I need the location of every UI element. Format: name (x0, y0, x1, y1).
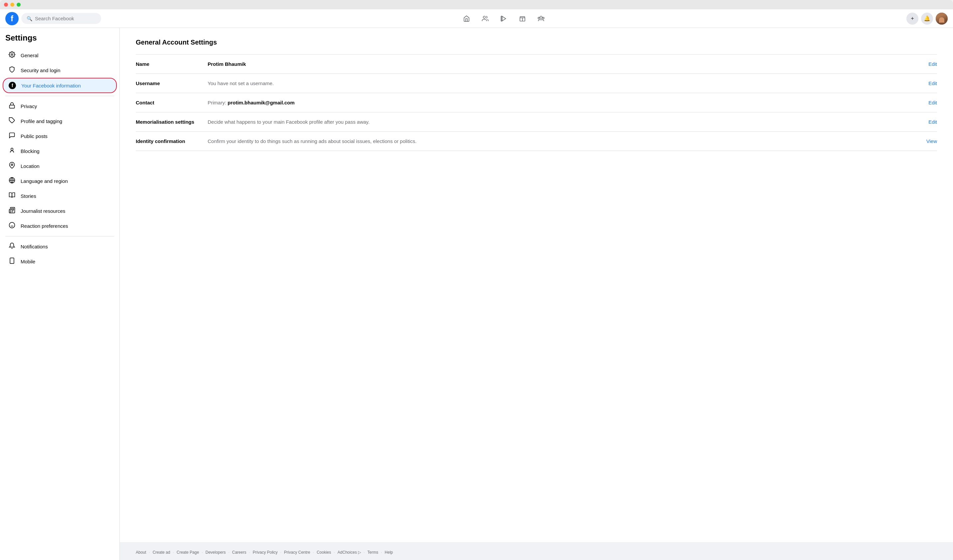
svg-rect-7 (10, 105, 15, 108)
sidebar-item-label-location: Location (21, 163, 40, 169)
sidebar-item-language[interactable]: Language and region (3, 173, 117, 189)
nav-friends-button[interactable] (477, 11, 493, 26)
footer-link-help[interactable]: Help (385, 550, 393, 555)
sidebar-item-location[interactable]: Location (3, 159, 117, 173)
divider-1 (5, 96, 114, 96)
sidebar-item-blocking[interactable]: Blocking (3, 144, 117, 159)
identity-value: Confirm your identity to do things such … (208, 138, 921, 144)
username-value: You have not set a username. (208, 80, 923, 86)
contact-label: Contact (136, 100, 202, 105)
svg-point-5 (542, 17, 544, 19)
sidebar-item-label-notifications: Notifications (21, 244, 48, 249)
fb-info-icon: f (9, 82, 17, 89)
footer-link-developers[interactable]: Developers (205, 550, 226, 555)
footer-link-terms[interactable]: Terms (367, 550, 378, 555)
identity-view-button[interactable]: View (927, 138, 937, 144)
maximize-dot[interactable] (17, 3, 21, 7)
footer-link-about[interactable]: About (136, 550, 146, 555)
footer-link-adchoices[interactable]: AdChoices ▷ (337, 550, 361, 555)
sidebar-item-profile-tagging[interactable]: Profile and tagging (3, 114, 117, 129)
sidebar-item-journalist[interactable]: Journalist resources (3, 204, 117, 218)
close-dot[interactable] (4, 3, 8, 7)
nav-marketplace-button[interactable] (514, 11, 531, 26)
profile-tagging-icon (8, 117, 16, 125)
svg-point-6 (11, 54, 13, 56)
sidebar-item-reactions[interactable]: Reaction preferences (3, 218, 117, 234)
language-icon (8, 177, 16, 185)
contact-value: Primary: protim.bhaumik@gmail.com (208, 100, 923, 105)
footer-link-create-ad[interactable]: Create ad (153, 550, 171, 555)
divider-2 (5, 236, 114, 237)
minimize-dot[interactable] (10, 3, 14, 7)
sidebar-title: Settings (0, 33, 120, 48)
sidebar-item-label-fb-info: Your Facebook information (21, 83, 81, 88)
nav-groups-button[interactable] (533, 11, 549, 26)
sidebar-item-notifications[interactable]: Notifications (3, 239, 117, 254)
create-button[interactable]: ＋ (906, 12, 918, 25)
settings-row-contact: Contact Primary: protim.bhaumik@gmail.co… (136, 93, 937, 112)
security-icon (8, 66, 16, 74)
sidebar-item-stories[interactable]: Stories (3, 189, 117, 204)
nav-home-button[interactable] (458, 11, 475, 26)
settings-table: Name Protim Bhaumik Edit Username You ha… (136, 54, 937, 151)
name-label: Name (136, 61, 202, 67)
footer-link-cookies[interactable]: Cookies (317, 550, 331, 555)
memorialisation-edit-button[interactable]: Edit (928, 119, 937, 125)
sidebar-item-label-stories: Stories (21, 193, 36, 199)
sidebar-item-security[interactable]: Security and login (3, 63, 117, 78)
identity-label: Identity confirmation (136, 138, 202, 144)
sidebar-item-your-fb-info[interactable]: f Your Facebook information (3, 78, 117, 93)
sidebar-item-mobile[interactable]: Mobile (3, 254, 117, 269)
sidebar-item-label-general: General (21, 53, 38, 58)
contact-email: protim.bhaumik@gmail.com (228, 100, 295, 105)
notifications-icon (8, 243, 16, 251)
settings-row-name: Name Protim Bhaumik Edit (136, 54, 937, 74)
svg-point-4 (538, 17, 540, 19)
sidebar-item-label-language: Language and region (21, 178, 68, 184)
footer-link-privacy-policy[interactable]: Privacy Policy (253, 550, 278, 555)
search-input[interactable] (35, 15, 96, 21)
search-bar[interactable]: 🔍 (21, 13, 101, 24)
mobile-icon (8, 257, 16, 266)
sidebar-item-label-profile-tagging: Profile and tagging (21, 118, 62, 124)
facebook-logo[interactable]: f (5, 12, 19, 25)
svg-point-0 (483, 16, 486, 18)
avatar[interactable] (936, 12, 948, 25)
footer-link-privacy-centre[interactable]: Privacy Centre (284, 550, 310, 555)
sidebar-item-label-reactions: Reaction preferences (21, 223, 68, 229)
location-icon (8, 162, 16, 170)
public-posts-icon (8, 132, 16, 140)
footer-link-careers[interactable]: Careers (232, 550, 247, 555)
reactions-icon (8, 222, 16, 230)
username-edit-button[interactable]: Edit (928, 80, 937, 86)
stories-icon (8, 192, 16, 200)
sidebar-item-label-blocking: Blocking (21, 149, 40, 154)
svg-rect-2 (501, 16, 502, 21)
settings-row-memorialisation: Memorialisation settings Decide what hap… (136, 112, 937, 131)
notifications-button[interactable]: 🔔 (921, 12, 933, 25)
contact-edit-button[interactable]: Edit (928, 100, 937, 105)
settings-row-identity: Identity confirmation Confirm your ident… (136, 131, 937, 151)
page-title: General Account Settings (136, 39, 937, 46)
name-edit-button[interactable]: Edit (928, 61, 937, 67)
topnav-right: ＋ 🔔 (906, 12, 948, 25)
nav-watch-button[interactable] (496, 11, 512, 26)
main-layout: Settings General Security and login (0, 28, 953, 560)
settings-row-username: Username You have not set a username. Ed… (136, 74, 937, 93)
footer: About · Create ad · Create Page · Develo… (120, 542, 953, 560)
contact-prefix: Primary: (208, 100, 228, 105)
sidebar: Settings General Security and login (0, 28, 120, 560)
footer-link-create-page[interactable]: Create Page (177, 550, 199, 555)
window-chrome (0, 0, 953, 9)
topnav-center (101, 11, 906, 26)
sidebar-item-public-posts[interactable]: Public posts (3, 129, 117, 144)
sidebar-item-general[interactable]: General (3, 48, 117, 63)
sidebar-item-privacy[interactable]: Privacy (3, 99, 117, 114)
svg-point-10 (11, 164, 13, 166)
username-label: Username (136, 80, 202, 86)
name-text: Protim Bhaumik (208, 61, 246, 67)
sidebar-item-label-mobile: Mobile (21, 259, 35, 265)
name-value: Protim Bhaumik (208, 61, 923, 67)
privacy-icon (8, 102, 16, 110)
sidebar-item-label-journalist: Journalist resources (21, 208, 65, 214)
